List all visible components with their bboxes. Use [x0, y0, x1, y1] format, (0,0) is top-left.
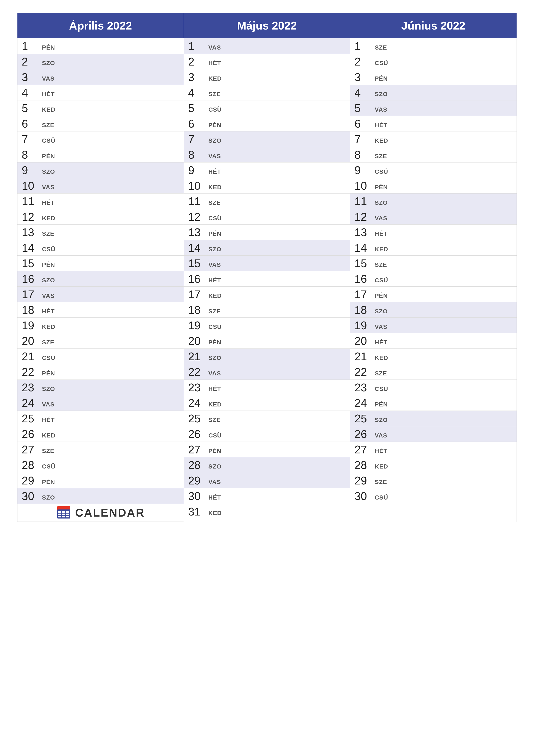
day-number-1-4: 5 — [188, 103, 208, 114]
day-number-1-6: 7 — [188, 134, 208, 145]
day-number-0-8: 9 — [22, 165, 41, 176]
day-number-2-26: 27 — [354, 444, 374, 455]
day-number-0-2: 3 — [22, 71, 41, 83]
day-row-1-4: 5CSÜ — [184, 100, 350, 116]
day-row-1-18: 19CSÜ — [184, 318, 350, 333]
day-row-1-29: 30HÉT — [184, 488, 350, 504]
day-number-0-18: 19 — [22, 320, 41, 331]
day-row-1-1: 2HÉT — [184, 54, 350, 69]
day-name-1-29: HÉT — [208, 494, 221, 502]
day-number-1-16: 17 — [188, 289, 208, 300]
day-name-2-6: KED — [375, 137, 388, 146]
day-row-2-17: 18SZO — [350, 302, 517, 318]
day-name-0-4: KED — [42, 106, 55, 115]
day-name-2-8: CSÜ — [375, 168, 388, 176]
day-number-2-9: 10 — [354, 180, 374, 191]
day-row-2-8: 9CSÜ — [350, 162, 517, 178]
day-number-0-24: 25 — [22, 413, 41, 424]
day-row-2-0: 1SZE — [350, 39, 517, 54]
day-number-0-13: 14 — [22, 242, 41, 254]
day-row-2-11: 12VAS — [350, 209, 517, 225]
day-row-0-19: 20SZE — [17, 333, 184, 349]
day-row-1-7: 8VAS — [184, 147, 350, 162]
day-name-2-27: KED — [375, 463, 388, 471]
day-name-2-22: CSÜ — [375, 386, 388, 394]
day-number-1-22: 23 — [188, 382, 208, 393]
day-name-0-10: HÉT — [42, 199, 55, 207]
day-name-1-12: PÉN — [208, 230, 221, 239]
day-row-2-10: 11SZO — [350, 194, 517, 209]
day-number-1-24: 25 — [188, 413, 208, 424]
day-name-0-23: VAS — [42, 401, 55, 409]
month-header-1: Május 2022 — [184, 13, 350, 39]
day-name-1-9: KED — [208, 184, 222, 192]
day-row-0-5: 6SZE — [17, 116, 184, 131]
day-name-1-30: KED — [208, 510, 222, 518]
day-number-1-1: 2 — [188, 56, 208, 67]
day-number-0-29: 30 — [22, 491, 41, 502]
day-name-0-17: HÉT — [42, 308, 55, 316]
day-name-2-20: KED — [375, 355, 388, 363]
day-number-0-26: 27 — [22, 444, 41, 455]
day-number-2-15: 16 — [354, 273, 374, 284]
day-number-2-27: 28 — [354, 459, 374, 471]
day-name-0-8: SZO — [42, 168, 55, 176]
day-name-0-16: VAS — [42, 292, 55, 301]
day-name-1-16: KED — [208, 292, 222, 301]
day-row-1-20: 21SZO — [184, 349, 350, 364]
day-row-2-15: 16CSÜ — [350, 271, 517, 286]
day-row-1-19: 20PÉN — [184, 333, 350, 349]
day-number-2-29: 30 — [354, 491, 374, 502]
footer-text: CALENDAR — [75, 506, 145, 519]
svg-rect-8 — [58, 516, 61, 517]
day-number-2-24: 25 — [354, 413, 374, 424]
svg-rect-4 — [66, 511, 69, 513]
day-name-1-6: SZO — [208, 137, 221, 146]
day-number-1-21: 22 — [188, 366, 208, 378]
day-name-2-11: VAS — [375, 215, 387, 223]
day-number-1-25: 26 — [188, 428, 208, 440]
day-number-0-15: 16 — [22, 273, 41, 284]
day-row-1-24: 25SZE — [184, 411, 350, 426]
day-number-1-0: 1 — [188, 40, 208, 52]
day-number-0-23: 24 — [22, 397, 41, 409]
day-name-0-19: SZE — [42, 339, 54, 347]
day-number-2-7: 8 — [354, 149, 374, 160]
day-row-0-1: 2SZO — [17, 54, 184, 69]
day-row-1-13: 14SZO — [184, 240, 350, 256]
day-row-2-5: 6HÉT — [350, 116, 517, 131]
day-number-1-9: 10 — [188, 180, 208, 191]
day-row-1-17: 18SZE — [184, 302, 350, 318]
day-name-2-1: CSÜ — [375, 60, 388, 68]
day-row-1-16: 17KED — [184, 286, 350, 302]
day-row-2-9: 10PÉN — [350, 178, 517, 194]
day-name-0-21: PÉN — [42, 370, 55, 378]
day-row-2-16: 17PÉN — [350, 286, 517, 302]
day-number-0-19: 20 — [22, 335, 41, 346]
day-name-1-2: KED — [208, 75, 222, 83]
day-row-0-4: 5KED — [17, 100, 184, 116]
day-name-1-14: VAS — [208, 261, 221, 270]
day-row-0-10: 11HÉT — [17, 194, 184, 209]
day-name-1-26: PÉN — [208, 447, 221, 456]
day-row-1-5: 6PÉN — [184, 116, 350, 131]
day-row-2-24: 25SZO — [350, 411, 517, 426]
day-name-2-19: HÉT — [375, 339, 387, 347]
day-number-2-3: 4 — [354, 87, 374, 98]
day-number-0-12: 13 — [22, 227, 41, 238]
day-name-1-19: PÉN — [208, 339, 221, 347]
day-number-2-28: 29 — [354, 475, 374, 486]
day-row-1-8: 9HÉT — [184, 162, 350, 178]
day-row-0-6: 7CSÜ — [17, 131, 184, 147]
day-row-2-18: 19VAS — [350, 318, 517, 333]
day-number-0-22: 23 — [22, 382, 41, 393]
day-row-2-7: 8SZE — [350, 147, 517, 162]
day-row-0-18: 19KED — [17, 318, 184, 333]
day-row-1-22: 23HÉT — [184, 380, 350, 395]
day-row-0-22: 23SZO — [17, 380, 184, 395]
footer-logo: CALENDAR — [56, 505, 145, 520]
day-name-0-7: PÉN — [42, 153, 55, 161]
day-name-2-26: HÉT — [375, 447, 387, 456]
day-number-2-11: 12 — [354, 211, 374, 222]
day-name-0-22: SZO — [42, 386, 55, 394]
